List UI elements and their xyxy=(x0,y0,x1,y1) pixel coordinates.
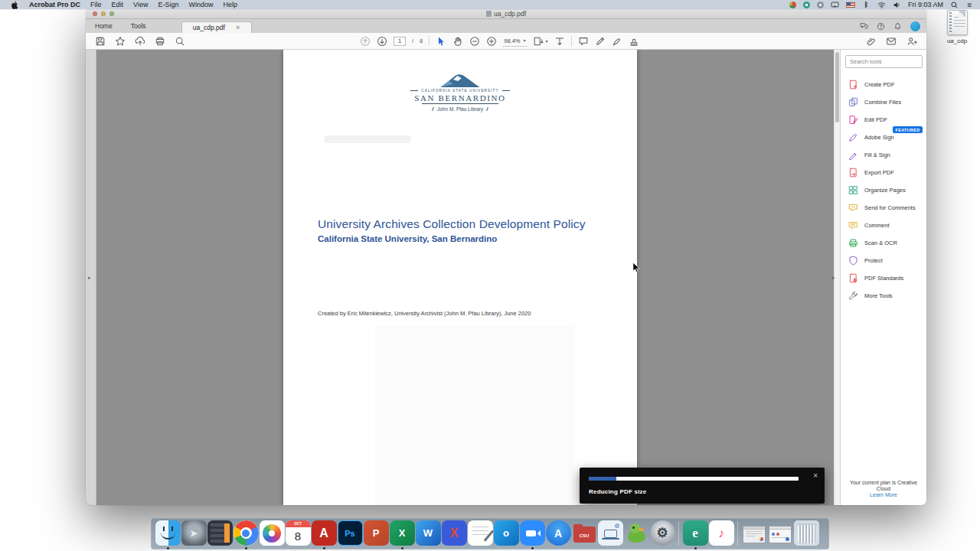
fit-width-button[interactable] xyxy=(554,36,565,47)
user-avatar[interactable] xyxy=(910,21,920,31)
open-nav-pane-handle[interactable]: ▸ xyxy=(88,275,91,281)
tool-item-fill-sign[interactable]: Fill & Sign xyxy=(841,146,926,164)
previous-page-button[interactable] xyxy=(360,36,371,47)
tool-item-organize-pages[interactable]: Organize Pages xyxy=(841,181,926,199)
stamp-tool-button[interactable] xyxy=(629,36,639,47)
share-upload-button[interactable] xyxy=(135,36,145,47)
menu-edit[interactable]: Edit xyxy=(112,1,124,8)
zoom-level-dropdown[interactable]: 98.4% ▾ xyxy=(503,36,526,47)
tool-item-combine-files[interactable]: Combine Files xyxy=(841,93,926,111)
close-icon[interactable]: × xyxy=(236,24,240,31)
active-app-name[interactable]: Acrobat Pro DC xyxy=(29,1,80,8)
tab-tools[interactable]: Tools xyxy=(122,19,155,33)
menu-file[interactable]: File xyxy=(90,1,102,8)
tool-item-adobe-sign[interactable]: Adobe SignFEATURED xyxy=(841,129,926,146)
tool-item-comment[interactable]: Comment xyxy=(841,217,926,234)
dock-eset-icon[interactable]: e xyxy=(682,520,708,549)
screen-mirroring-icon[interactable] xyxy=(831,1,839,9)
dock-powerpoint-icon[interactable]: P xyxy=(363,520,389,549)
collapse-tools-panel-handle[interactable]: ▸ xyxy=(832,275,835,281)
dock-calculator-icon[interactable] xyxy=(207,520,233,549)
dock-remote-support-icon[interactable]: ⚙ xyxy=(597,520,623,549)
dock-cyberduck-icon[interactable] xyxy=(623,520,649,549)
tool-item-send-for-comments[interactable]: Send for Comments xyxy=(841,199,926,217)
dock-photoshop-icon[interactable]: Ps xyxy=(337,520,363,549)
notifications-bell-icon[interactable] xyxy=(893,22,902,31)
scrollbar-thumb[interactable] xyxy=(835,52,839,122)
desktop-file-ua-cdp[interactable]: ua_cdp xyxy=(940,10,974,44)
dock-notes-icon[interactable] xyxy=(467,520,493,549)
wifi-icon[interactable] xyxy=(877,1,886,9)
dock-system-preferences-icon[interactable]: ⚙ xyxy=(649,520,675,549)
spotlight-search-icon[interactable] xyxy=(950,1,959,9)
tool-item-scan-ocr[interactable]: Scan & OCR xyxy=(841,234,926,252)
organize-pages-icon xyxy=(848,185,858,195)
control-center-icon[interactable]: ≡ xyxy=(965,1,974,9)
status-circle-icon[interactable] xyxy=(817,2,824,8)
dock-minimized-window-1-icon[interactable] xyxy=(741,520,767,549)
learn-more-link[interactable]: Learn More xyxy=(841,492,926,497)
dock-outlook-icon[interactable]: O xyxy=(493,520,519,549)
menu-esign[interactable]: E-Sign xyxy=(158,1,178,8)
logo-line2: SAN BERNARDINO xyxy=(414,93,505,103)
input-source-flag-icon[interactable] xyxy=(846,2,855,8)
search-tools-input[interactable] xyxy=(845,55,923,68)
eset-status-icon[interactable] xyxy=(803,2,810,8)
comment-tool-button[interactable] xyxy=(578,36,589,47)
dock-calendar-icon[interactable]: OCT8 xyxy=(285,520,311,549)
dock-x-app-icon[interactable]: X xyxy=(441,520,467,549)
feedback-chat-icon[interactable] xyxy=(860,22,868,31)
dock-excel-icon[interactable]: X xyxy=(389,520,415,549)
volume-icon[interactable] xyxy=(893,1,901,9)
page-number-input[interactable] xyxy=(394,37,406,46)
close-icon[interactable]: × xyxy=(813,472,818,480)
dock-photos-icon[interactable] xyxy=(259,520,285,549)
pdf-page[interactable]: CALIFORNIA STATE UNIVERSITY SAN BERNARDI… xyxy=(283,50,637,505)
find-button[interactable] xyxy=(175,36,185,47)
menu-view[interactable]: View xyxy=(133,1,148,8)
tab-home[interactable]: Home xyxy=(86,19,122,33)
dock-chrome-icon[interactable] xyxy=(233,520,259,549)
menu-help[interactable]: Help xyxy=(223,1,237,8)
select-tool-button[interactable] xyxy=(436,36,446,47)
window-title-bar[interactable]: ua_cdp.pdf xyxy=(86,9,926,19)
dock-app-store-icon[interactable]: A xyxy=(545,520,571,549)
send-email-button[interactable] xyxy=(886,36,897,47)
hand-tool-button[interactable] xyxy=(452,36,463,47)
favorite-star-button[interactable] xyxy=(115,36,126,47)
menu-bar-clock[interactable]: Fri 9:03 AM xyxy=(908,1,943,8)
sign-tool-button[interactable] xyxy=(612,36,622,47)
navigation-pane-strip[interactable]: ▸ xyxy=(86,50,96,505)
dock-acrobat-icon[interactable]: A xyxy=(311,520,337,549)
tool-item-more-tools[interactable]: More Tools xyxy=(841,287,926,305)
dock-zoom-icon[interactable] xyxy=(519,520,545,549)
dock-csu-folder-icon[interactable]: CSU xyxy=(571,520,597,549)
document-viewport[interactable]: CALIFORNIA STATE UNIVERSITY SAN BERNARDI… xyxy=(96,50,840,505)
dock-music-icon[interactable]: ♪ xyxy=(708,520,734,549)
menu-window[interactable]: Window xyxy=(188,1,213,8)
zoom-in-button[interactable] xyxy=(486,36,497,47)
dock-trash-icon[interactable] xyxy=(793,520,819,549)
share-link-button[interactable] xyxy=(865,36,876,47)
dock-launchpad-icon[interactable]: ➤ xyxy=(181,520,207,549)
chevron-down-icon: ▾ xyxy=(546,39,548,44)
apple-menu-icon[interactable] xyxy=(11,1,19,9)
print-button[interactable] xyxy=(155,36,165,47)
tool-item-create-pdf[interactable]: Create PDF xyxy=(841,76,926,93)
dock-minimized-window-2-icon[interactable] xyxy=(767,520,793,549)
save-button[interactable] xyxy=(95,36,106,47)
status-app-icon[interactable] xyxy=(789,2,796,8)
invite-people-button[interactable] xyxy=(906,36,917,47)
bluetooth-icon[interactable]: ᛒ xyxy=(862,1,871,9)
dock-finder-icon[interactable] xyxy=(155,520,181,549)
tool-item-protect[interactable]: Protect xyxy=(841,252,926,269)
highlight-tool-button[interactable] xyxy=(595,36,606,47)
zoom-out-button[interactable] xyxy=(469,36,480,47)
tab-document[interactable]: ua_cdp.pdf × xyxy=(181,21,252,33)
next-page-button[interactable] xyxy=(377,36,387,47)
tool-item-pdf-standards[interactable]: PDF Standards xyxy=(841,269,926,287)
page-fit-dropdown[interactable]: ▾ xyxy=(533,36,548,47)
tool-item-export-pdf[interactable]: Export PDF xyxy=(841,164,926,181)
help-icon[interactable] xyxy=(877,22,885,31)
dock-word-icon[interactable]: W xyxy=(415,520,441,549)
